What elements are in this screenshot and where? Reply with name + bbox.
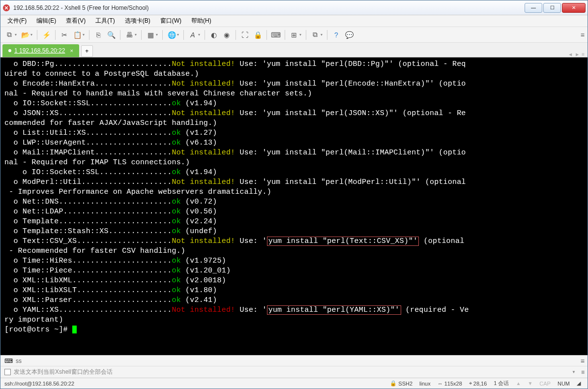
status-num: NUM [558, 381, 570, 387]
layout-icon[interactable]: ▦ [145, 29, 156, 41]
add-icon[interactable]: ⊞ [288, 29, 300, 41]
tab-label: 1 192.168.56.20:22 [14, 47, 65, 54]
broadcast-overflow-icon[interactable]: ≡ [581, 369, 585, 376]
session-tab[interactable]: 1 192.168.56.20:22 × [2, 44, 79, 57]
tab-close-icon[interactable]: × [70, 48, 73, 54]
terminal-line: commended for faster AJAX/JavaScript han… [4, 119, 584, 128]
terminal-line: o JSON::XS.........................Not i… [4, 109, 584, 119]
terminal-line: o IO::Socket::SSL................ok (v1.… [4, 168, 584, 178]
maximize-button[interactable]: ☐ [543, 3, 561, 13]
open-icon[interactable]: 📂 [19, 29, 31, 41]
help-icon[interactable]: ? [330, 29, 342, 41]
copy-icon[interactable]: ⎘ [92, 29, 104, 41]
terminal-line: o Template.........................ok (v… [4, 217, 584, 227]
statusbar: ssh://root@192.168.56.20:22 🔒 SSH2 linux… [0, 378, 588, 389]
fullscreen-icon[interactable]: ⛶ [239, 29, 251, 41]
window-title: 192.168.56.20:22 - Xshell 5 (Free for Ho… [13, 4, 525, 11]
globe-icon[interactable]: 🌐 [166, 29, 177, 41]
terminal-line: o Mail::IMAPClient.................Not i… [4, 148, 584, 158]
font-icon[interactable]: A [187, 29, 199, 41]
terminal-line: o List::Util::XS...................ok (v… [4, 128, 584, 138]
resize-grip-icon[interactable]: ◢ [577, 380, 584, 387]
status-size: ↔ 115x28 [438, 381, 462, 387]
tab-nav: ◄ ► ≡ [568, 52, 585, 57]
terminal-line: o Time::HiRes......................ok (v… [4, 256, 584, 266]
broadcast-label: 发送文本到当前Xshell窗口的全部会话 [14, 368, 113, 376]
terminal-line: o XML::LibXML......................ok (v… [4, 276, 584, 286]
menu-help[interactable]: 帮助(H) [187, 16, 215, 26]
terminal-line: ry important) [4, 315, 584, 325]
toolbar: ⧉▾ 📂▾ ⚡ ✂ 📋▾ ⎘ 🔍 🖶▾ ▦▾ 🌐▾ A▾ ◐ ◉ ⛶ 🔒 ⌨ ⊞… [0, 27, 588, 43]
terminal-line: nal - Required for IMAP TLS connections.… [4, 158, 584, 168]
tunnel-icon[interactable]: ◐ [208, 29, 220, 41]
terminal-line: o XML::Parser......................ok (v… [4, 296, 584, 305]
tabbar: 1 192.168.56.20:22 × + ◄ ► ≡ [0, 43, 588, 58]
terminal-line: o Encode::HanExtra.................Not i… [4, 79, 584, 89]
new-tab-button[interactable]: + [81, 45, 93, 57]
terminal-line: o Template::Stash::XS..............ok (u… [4, 227, 584, 237]
broadcast-checkbox[interactable] [4, 369, 11, 375]
status-pos: ⌖ 28,16 [469, 380, 487, 387]
terminal[interactable]: o DBD::Pg..........................Not i… [0, 58, 588, 355]
properties-icon[interactable]: 📋 [71, 29, 83, 41]
terminal-line: o Time::Piece......................ok (v… [4, 266, 584, 276]
status-proto: 🔒 SSH2 [390, 380, 412, 387]
menu-edit[interactable]: 编辑(E) [32, 16, 60, 26]
toolbar-overflow-icon[interactable]: ≡ [581, 31, 585, 39]
close-button[interactable]: ✕ [562, 3, 586, 13]
terminal-line: o DBD::Pg..........................Not i… [4, 60, 584, 69]
print-icon[interactable]: 🖶 [123, 29, 135, 41]
terminal-cursor [72, 326, 77, 333]
terminal-line: - Recommended for faster CSV handling.) [4, 246, 584, 256]
tab-prev-icon[interactable]: ◄ [568, 52, 573, 57]
menu-tabs[interactable]: 选项卡(B) [121, 16, 154, 26]
terminal-line: nal - Required to handle mails with seve… [4, 89, 584, 99]
terminal-line: [root@otrs ~]# [4, 325, 584, 335]
disconnect-icon[interactable]: ✂ [59, 29, 70, 41]
app-icon [2, 4, 10, 12]
status-cap: CAP [539, 381, 551, 387]
compose-overflow-icon[interactable]: ≡ [581, 357, 585, 365]
menu-window[interactable]: 窗口(W) [156, 16, 185, 26]
xagent-icon[interactable]: ◉ [221, 29, 233, 41]
terminal-line: o Net::DNS.........................ok (v… [4, 197, 584, 207]
broadcast-dropdown-icon[interactable]: ▼ [572, 370, 576, 374]
terminal-line: o XML::LibXSLT.....................ok (v… [4, 286, 584, 296]
menubar: 文件(F) 编辑(E) 查看(V) 工具(T) 选项卡(B) 窗口(W) 帮助(… [0, 15, 588, 27]
compose-label: ss [16, 358, 22, 364]
titlebar: 192.168.56.20:22 - Xshell 5 (Free for Ho… [0, 0, 588, 15]
connected-dot-icon [8, 49, 11, 52]
cascade-icon[interactable]: ⧉ [309, 29, 321, 41]
status-os: linux [419, 381, 431, 387]
terminal-line: o IO::Socket::SSL..................ok (v… [4, 99, 584, 109]
terminal-line: o Net::LDAP........................ok (v… [4, 207, 584, 217]
up-arrow-icon[interactable]: ▲ [516, 381, 521, 386]
menu-view[interactable]: 查看(V) [62, 16, 89, 26]
compose-bar: ⌨ ss ≡ [0, 355, 588, 366]
menu-tools[interactable]: 工具(T) [91, 16, 118, 26]
find-icon[interactable]: 🔍 [105, 29, 117, 41]
terminal-line: o LWP::UserAgent...................ok (v… [4, 138, 584, 148]
reconnect-icon[interactable]: ⚡ [40, 29, 52, 41]
terminal-line: o YAML::XS.........................Not i… [4, 305, 584, 315]
tab-list-icon[interactable]: ≡ [582, 52, 585, 57]
new-session-icon[interactable]: ⧉ [3, 29, 15, 41]
terminal-line: - Improves Performance on Apache webserv… [4, 187, 584, 197]
status-url: ssh://root@192.168.56.20:22 [4, 381, 390, 387]
menu-file[interactable]: 文件(F) [3, 16, 30, 26]
tab-next-icon[interactable]: ► [575, 52, 580, 57]
keyboard-icon[interactable]: ⌨ [4, 358, 13, 364]
status-sessions: 1 会话 [494, 380, 509, 387]
keyboard-icon[interactable]: ⌨ [270, 29, 282, 41]
lock-icon[interactable]: 🔒 [252, 29, 264, 41]
terminal-line: o ModPerl::Util....................Not i… [4, 178, 584, 187]
minimize-button[interactable]: — [525, 3, 542, 13]
down-arrow-icon[interactable]: ▼ [528, 381, 532, 386]
chat-icon[interactable]: 💬 [343, 29, 355, 41]
terminal-line: uired to connect to a PostgreSQL databas… [4, 69, 584, 79]
broadcast-bar: 发送文本到当前Xshell窗口的全部会话 ▼ ≡ [0, 366, 588, 378]
terminal-line: o Text::CSV_XS.....................Not i… [4, 237, 584, 246]
